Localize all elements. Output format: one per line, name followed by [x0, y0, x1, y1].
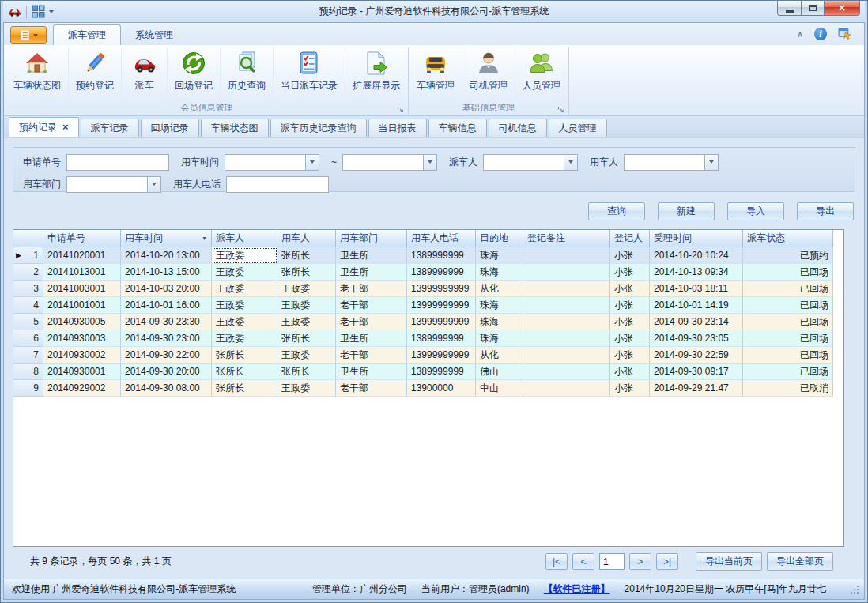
cell-登记人[interactable]: 小张	[610, 380, 650, 397]
pager-next-button[interactable]: >	[629, 553, 651, 570]
close-tab-icon[interactable]: ×	[62, 123, 69, 131]
cell-受理时间[interactable]: 2014-10-13 09:34	[650, 264, 743, 281]
export-button[interactable]: 导出	[797, 202, 854, 220]
cell-用车人电话[interactable]: 13999999999	[407, 314, 476, 330]
import-button[interactable]: 导入	[727, 202, 784, 220]
cell-用车部门[interactable]: 卫生所	[336, 247, 407, 264]
ribbon-button-当日派车记录[interactable]: 当日派车记录	[273, 47, 345, 102]
column-header-用车人电话[interactable]: 用车人电话	[407, 230, 476, 247]
row-indicator[interactable]: 2	[13, 264, 43, 281]
cell-派车人[interactable]: 王政委	[212, 247, 277, 264]
combo-dropdown-button[interactable]	[564, 155, 577, 170]
cell-用车人电话[interactable]: 13900000	[407, 380, 476, 397]
doc-tab-派车记录[interactable]: 派车记录	[81, 119, 139, 137]
cell-用车时间[interactable]: 2014-09-30 22:00	[121, 347, 212, 364]
column-header-派车人[interactable]: 派车人	[212, 230, 277, 247]
cell-登记备注[interactable]	[523, 364, 610, 380]
cell-dispatch-status[interactable]: 已回场	[743, 330, 833, 347]
cell-用车人电话[interactable]: 1389999999	[407, 247, 476, 264]
cell-用车人电话[interactable]: 1389999999	[407, 264, 476, 281]
cell-申请单号[interactable]: 20141001001	[43, 297, 121, 314]
column-header-用车时间[interactable]: 用车时间▼	[121, 230, 212, 247]
filter-combo-用车时间[interactable]	[225, 154, 319, 171]
cell-dispatch-status[interactable]: 已回场	[743, 347, 833, 364]
cell-登记备注[interactable]	[523, 330, 610, 347]
column-header-用车人[interactable]: 用车人	[277, 230, 336, 247]
ribbon-button-派车[interactable]: 派车	[121, 47, 167, 102]
info-icon[interactable]: i	[814, 28, 827, 40]
cell-派车人[interactable]: 王政委	[212, 330, 277, 347]
cell-派车人[interactable]: 王政委	[212, 264, 277, 281]
cell-用车人[interactable]: 王政委	[277, 297, 336, 314]
cell-用车时间[interactable]: 2014-09-30 08:00	[121, 380, 212, 397]
ribbon-button-车辆管理[interactable]: 车辆管理	[409, 47, 462, 102]
cell-用车人[interactable]: 王政委	[277, 314, 336, 330]
cell-受理时间[interactable]: 2014-10-01 14:19	[650, 297, 743, 314]
cell-受理时间[interactable]: 2014-09-30 23:14	[650, 314, 743, 330]
cell-用车人[interactable]: 王政委	[277, 347, 336, 364]
ribbon-button-车辆状态图[interactable]: 车辆状态图	[6, 47, 68, 102]
cell-登记人[interactable]: 小张	[610, 264, 650, 281]
column-header-登记人[interactable]: 登记人	[610, 230, 650, 247]
table-row-9[interactable]: 9201409290022014-09-30 08:00张所长王政委老干部139…	[13, 380, 843, 397]
pager-prev-button[interactable]: <	[572, 553, 594, 570]
cell-登记人[interactable]: 小张	[610, 297, 650, 314]
cell-登记备注[interactable]	[523, 247, 610, 264]
table-row-4[interactable]: 4201410010012014-10-01 16:00王政委王政委老干部139…	[13, 297, 843, 314]
cell-申请单号[interactable]: 20141013001	[43, 264, 121, 281]
row-indicator[interactable]: 7	[13, 347, 43, 364]
cell-申请单号[interactable]: 20141003001	[43, 281, 121, 297]
table-row-3[interactable]: 3201410030012014-10-03 20:00王政委王政委老干部139…	[13, 281, 843, 297]
filter-combo-派车人[interactable]	[483, 154, 578, 171]
cell-登记备注[interactable]	[523, 264, 610, 281]
cell-用车时间[interactable]: 2014-10-13 15:00	[121, 264, 212, 281]
cell-用车部门[interactable]: 老干部	[336, 347, 407, 364]
cell-登记备注[interactable]	[523, 314, 610, 330]
cell-用车人[interactable]: 张所长	[277, 264, 336, 281]
export-all-pages-button[interactable]: 导出全部页	[767, 552, 833, 571]
cell-派车人[interactable]: 张所长	[212, 347, 277, 364]
layout-grid-icon[interactable]	[32, 5, 45, 18]
cell-登记备注[interactable]	[523, 281, 610, 297]
filter-combo-~[interactable]	[342, 154, 437, 171]
row-indicator[interactable]: 6	[13, 330, 43, 347]
doc-tab-车辆信息[interactable]: 车辆信息	[428, 119, 487, 137]
cell-派车人[interactable]: 王政委	[212, 281, 277, 297]
cell-用车人电话[interactable]: 1389999999	[407, 330, 476, 347]
ribbon-button-预约登记[interactable]: 预约登记	[68, 47, 121, 102]
application-menu-button[interactable]	[10, 26, 47, 44]
filter-input-申请单号[interactable]	[66, 154, 169, 171]
cell-目的地[interactable]: 珠海	[476, 314, 523, 330]
row-indicator[interactable]: 9	[13, 380, 43, 397]
filter-combo-用车人[interactable]	[624, 154, 719, 171]
cell-用车人[interactable]: 王政委	[277, 380, 336, 397]
cell-用车人[interactable]: 张所长	[277, 330, 336, 347]
table-row-2[interactable]: 2201410130012014-10-13 15:00王政委张所长卫生所138…	[13, 264, 843, 281]
cell-申请单号[interactable]: 20140930003	[43, 330, 121, 347]
ribbon-tab-1[interactable]: 派车管理	[53, 24, 121, 45]
cell-用车人[interactable]: 张所长	[277, 247, 336, 264]
row-indicator[interactable]: ▶1	[13, 247, 43, 264]
doc-tab-司机信息[interactable]: 司机信息	[489, 119, 547, 137]
cell-登记备注[interactable]	[523, 297, 610, 314]
ribbon-button-扩展屏显示[interactable]: 扩展屏显示	[345, 47, 407, 102]
doc-tab-当日报表[interactable]: 当日报表	[368, 119, 427, 137]
row-indicator[interactable]: 5	[13, 314, 43, 330]
row-indicator[interactable]: 8	[13, 364, 43, 380]
cell-用车时间[interactable]: 2014-09-30 20:00	[121, 364, 212, 380]
cell-派车人[interactable]: 王政委	[212, 297, 277, 314]
cell-申请单号[interactable]: 20140930001	[43, 364, 121, 380]
cell-用车部门[interactable]: 卫生所	[336, 264, 407, 281]
cell-目的地[interactable]: 珠海	[476, 264, 523, 281]
cell-用车人电话[interactable]: 13999999999	[407, 281, 476, 297]
doc-tab-回场记录[interactable]: 回场记录	[141, 119, 199, 137]
table-row-6[interactable]: 6201409300032014-09-30 23:00王政委张所长卫生所138…	[13, 330, 843, 347]
cell-登记人[interactable]: 小张	[610, 330, 650, 347]
cell-用车部门[interactable]: 老干部	[336, 380, 407, 397]
doc-tab-车辆状态图[interactable]: 车辆状态图	[201, 119, 269, 137]
export-current-page-button[interactable]: 导出当前页	[696, 552, 762, 571]
doc-tab-人员管理[interactable]: 人员管理	[549, 119, 607, 137]
table-row-5[interactable]: 5201409300052014-09-30 23:30王政委王政委老干部139…	[13, 314, 843, 330]
table-row-1[interactable]: ▶1201410200012014-10-20 13:00王政委张所长卫生所13…	[13, 247, 843, 264]
cell-申请单号[interactable]: 20141020001	[43, 247, 121, 264]
